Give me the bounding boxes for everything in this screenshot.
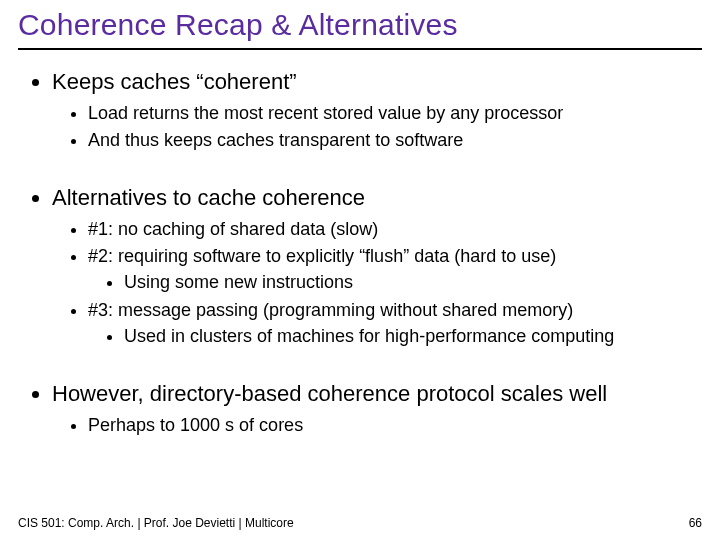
spacer — [18, 352, 702, 380]
bullet-load-returns: Load returns the most recent stored valu… — [88, 101, 702, 125]
bullet-text: Alternatives to cache coherence — [52, 185, 365, 210]
bullet-text: #2: requiring software to explicitly “fl… — [88, 246, 556, 266]
bullet-text: Keeps caches “coherent” — [52, 69, 297, 94]
page-number: 66 — [689, 516, 702, 530]
bullet-keeps-coherent: Keeps caches “coherent” Load returns the… — [52, 68, 702, 152]
bullet-alt2: #2: requiring software to explicitly “fl… — [88, 244, 702, 295]
footer: CIS 501: Comp. Arch. | Prof. Joe Deviett… — [18, 516, 702, 530]
bullet-text: However, directory-based coherence proto… — [52, 381, 607, 406]
bullet-list: Alternatives to cache coherence #1: no c… — [18, 184, 702, 348]
bullet-alt3: #3: message passing (programming without… — [88, 298, 702, 349]
bullet-however: However, directory-based coherence proto… — [52, 380, 702, 437]
title-underline — [18, 48, 702, 50]
sub-bullets: #1: no caching of shared data (slow) #2:… — [52, 217, 702, 348]
bullet-transparent: And thus keeps caches transparent to sof… — [88, 128, 702, 152]
spacer — [18, 156, 702, 184]
sub-bullets: Perhaps to 1000 s of cores — [52, 413, 702, 437]
bullet-perhaps: Perhaps to 1000 s of cores — [88, 413, 702, 437]
bullet-list: However, directory-based coherence proto… — [18, 380, 702, 437]
slide-title: Coherence Recap & Alternatives — [18, 8, 702, 48]
bullet-text: #3: message passing (programming without… — [88, 300, 573, 320]
bullet-alternatives: Alternatives to cache coherence #1: no c… — [52, 184, 702, 348]
sub-sub-bullets: Used in clusters of machines for high-pe… — [88, 324, 702, 348]
bullet-alt1: #1: no caching of shared data (slow) — [88, 217, 702, 241]
footer-left: CIS 501: Comp. Arch. | Prof. Joe Deviett… — [18, 516, 294, 530]
slide: Coherence Recap & Alternatives Keeps cac… — [0, 0, 720, 540]
bullet-list: Keeps caches “coherent” Load returns the… — [18, 68, 702, 152]
bullet-alt2-detail: Using some new instructions — [124, 270, 702, 294]
bullet-alt3-detail: Used in clusters of machines for high-pe… — [124, 324, 702, 348]
sub-sub-bullets: Using some new instructions — [88, 270, 702, 294]
sub-bullets: Load returns the most recent stored valu… — [52, 101, 702, 153]
